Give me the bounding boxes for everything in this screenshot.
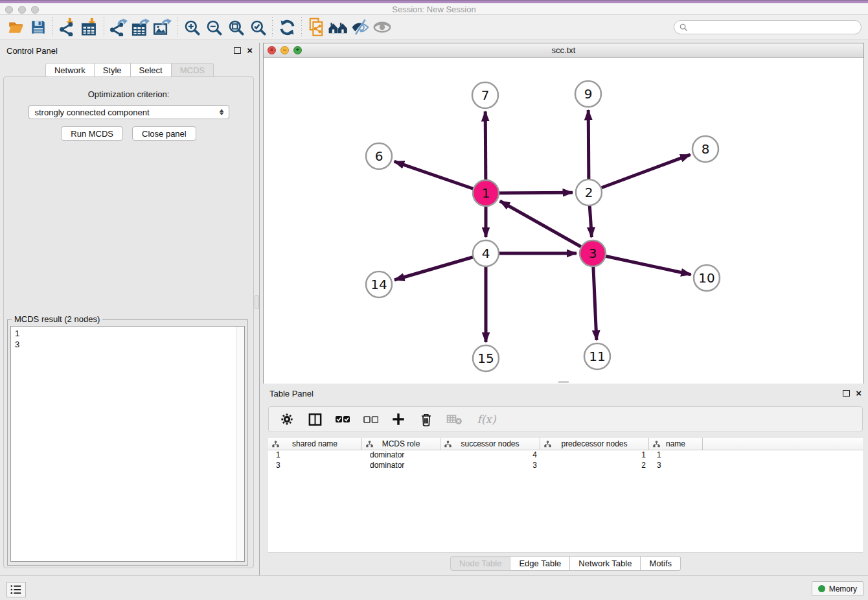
node-6-label: 6 — [375, 148, 383, 164]
task-history-button[interactable] — [6, 582, 26, 597]
network-window-titlebar[interactable]: × − + scc.txt — [264, 43, 863, 58]
control-panel-tabs: NetworkStyleSelectMCDS — [0, 63, 259, 78]
node-3-label: 3 — [589, 246, 597, 261]
float-panel-icon[interactable] — [234, 47, 241, 54]
control-panel-title: Control Panel — [6, 46, 58, 56]
mcds-result-scrollbar[interactable] — [236, 327, 244, 561]
cell-successor-nodes: 4 — [440, 450, 540, 461]
optimization-criterion-value: strongly connected component — [35, 108, 150, 117]
column-type-icon — [366, 441, 373, 448]
node-10-label: 10 — [698, 270, 714, 286]
tab-edge-table[interactable]: Edge Table — [510, 556, 570, 571]
table-row[interactable]: 3dominator323 — [268, 461, 863, 471]
node-9-label: 9 — [584, 86, 593, 102]
mcds-result-values: 1 3 — [11, 327, 244, 351]
app-titlebar: Session: New Session — [0, 0, 868, 15]
toolbar-separator — [272, 17, 273, 37]
column-header-shared-name[interactable]: shared name — [268, 438, 362, 450]
add-column-icon[interactable] — [390, 411, 407, 428]
network-canvas[interactable]: 7968124314101511 — [264, 58, 863, 384]
table-toolbar: f(x) — [268, 406, 863, 432]
node-11-label: 11 — [589, 349, 605, 364]
memory-label: Memory — [829, 584, 857, 594]
toolbar-separator — [52, 17, 53, 37]
cell-shared-name: 1 — [268, 450, 362, 461]
toggle-views-icon[interactable] — [349, 17, 371, 38]
tab-node-table[interactable]: Node Table — [450, 556, 511, 571]
tab-style[interactable]: Style — [95, 63, 131, 78]
home-icon[interactable] — [327, 17, 349, 38]
network-file-icon[interactable] — [305, 17, 327, 38]
mcds-tab-content: Optimization criterion: strongly connect… — [3, 76, 254, 568]
main-toolbar — [0, 15, 868, 40]
import-network-icon[interactable] — [56, 17, 78, 38]
memory-button[interactable]: Memory — [812, 581, 863, 596]
mcds-result-group: MCDS result (2 nodes) 1 3 — [7, 319, 248, 566]
run-mcds-button[interactable]: Run MCDS — [61, 126, 123, 141]
zoom-out-icon[interactable] — [203, 17, 225, 38]
column-header-predecessor-nodes[interactable]: predecessor nodes — [540, 438, 649, 450]
zoom-selected-icon[interactable] — [247, 17, 269, 38]
gear-icon[interactable] — [279, 411, 295, 428]
cell-successor-nodes: 3 — [440, 461, 540, 471]
window-resize-grip[interactable] — [558, 381, 569, 383]
cell-predecessor-nodes: 1 — [540, 450, 649, 461]
open-session-icon[interactable] — [5, 17, 27, 38]
tab-network[interactable]: Network — [45, 63, 95, 78]
mcds-result-title: MCDS result (2 nodes) — [12, 314, 102, 324]
edge-4-14[interactable] — [394, 253, 486, 280]
table-header-row: shared nameMCDS rolesuccessor nodesprede… — [268, 438, 863, 450]
table-tabs: Node TableEdge TableNetwork TableMotifs — [263, 556, 868, 571]
edge-3-1[interactable] — [500, 201, 593, 253]
search-box[interactable] — [674, 20, 862, 34]
column-header-name[interactable]: name — [649, 438, 703, 450]
mcds-result-box[interactable]: 1 3 — [10, 326, 245, 562]
cell-MCDS-role: dominator — [362, 461, 440, 471]
select-all-icon[interactable] — [334, 411, 351, 428]
split-panel-icon[interactable] — [306, 411, 323, 428]
column-header-MCDS-role[interactable]: MCDS role — [362, 438, 440, 450]
cell-predecessor-nodes: 2 — [540, 461, 649, 471]
eye-disabled-icon[interactable] — [371, 17, 393, 38]
window-accent-strip — [0, 0, 868, 3]
save-session-icon[interactable] — [27, 17, 49, 38]
delete-table-icon — [446, 411, 463, 428]
edge-2-8[interactable] — [589, 155, 691, 192]
zoom-in-icon[interactable] — [181, 17, 203, 38]
tab-select[interactable]: Select — [131, 63, 172, 78]
node-table[interactable]: shared nameMCDS rolesuccessor nodesprede… — [268, 438, 863, 553]
tab-motifs[interactable]: Motifs — [641, 556, 681, 571]
float-table-panel-icon[interactable] — [843, 390, 850, 397]
toolbar-separator — [177, 17, 177, 37]
close-table-panel-icon[interactable]: × — [856, 390, 862, 397]
panel-divider-grip[interactable] — [255, 295, 259, 309]
tab-mcds[interactable]: MCDS — [172, 63, 214, 78]
toolbar-separator — [301, 17, 302, 37]
search-icon — [680, 23, 688, 32]
export-network-icon[interactable] — [108, 17, 130, 38]
edge-1-6[interactable] — [394, 161, 486, 193]
zoom-fit-icon[interactable] — [225, 17, 247, 38]
panel-divider — [259, 43, 260, 575]
node-15-label: 15 — [477, 351, 494, 366]
tab-network-table[interactable]: Network Table — [570, 556, 641, 571]
refresh-icon[interactable] — [276, 17, 298, 38]
node-8-label: 8 — [702, 141, 710, 157]
export-table-icon[interactable] — [130, 17, 152, 38]
edge-3-10[interactable] — [593, 253, 691, 275]
table-panel-title: Table Panel — [269, 389, 314, 398]
window-title: Session: New Session — [0, 5, 868, 14]
column-type-icon — [544, 441, 551, 448]
table-row[interactable]: 1dominator411 — [268, 450, 863, 461]
search-input[interactable] — [691, 23, 856, 32]
delete-column-icon[interactable] — [418, 411, 435, 428]
export-image-icon[interactable] — [152, 17, 174, 38]
deselect-all-icon[interactable] — [362, 411, 379, 428]
optimization-criterion-select[interactable]: strongly connected component ▲▼ — [29, 105, 229, 119]
close-panel-icon[interactable]: × — [247, 47, 253, 54]
import-table-icon[interactable] — [78, 17, 100, 38]
column-header-successor-nodes[interactable]: successor nodes — [440, 438, 540, 450]
close-panel-button[interactable]: Close panel — [132, 126, 196, 141]
network-view-window: × − + scc.txt 7968124314101511 — [263, 43, 864, 384]
memory-status-icon — [818, 585, 825, 592]
